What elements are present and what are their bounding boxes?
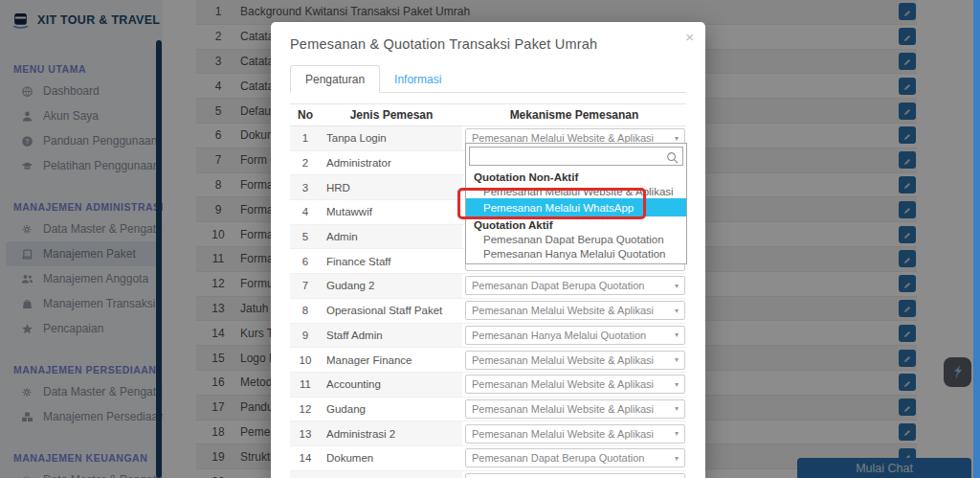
- jenis-pemesan: Administrator: [321, 151, 462, 175]
- jenis-pemesan: Operasional Staff Paket: [321, 299, 462, 323]
- dropdown-option[interactable]: Pemesanan Melalui WhatsApp: [466, 198, 686, 216]
- jenis-pemesan: Tanpa Login: [321, 126, 462, 150]
- chevron-down-icon: ▾: [675, 454, 679, 463]
- dropdown-option[interactable]: Pemesanan Dapat Berupa Quotation: [466, 232, 686, 246]
- jenis-pemesan: [321, 471, 462, 478]
- row-number: 14: [290, 446, 321, 470]
- chevron-down-icon: ▾: [675, 330, 679, 339]
- header-mekanisme-pemesanan: Mekanisme Pemesanan: [462, 108, 686, 122]
- jenis-pemesan: Finance Staff: [321, 249, 462, 273]
- select-value: Pemesanan Dapat Berupa Quotation: [472, 452, 644, 464]
- mekanisme-select[interactable]: Pemesanan Melalui Website & Aplikasi ▾: [465, 375, 685, 394]
- table-row: 12 Gudang Pemesanan Melalui Website & Ap…: [290, 398, 686, 422]
- dropdown-search-input[interactable]: [470, 148, 682, 165]
- mekanisme-select[interactable]: Pemesanan Dapat Berupa Quotation ▾: [465, 448, 685, 467]
- row-number: 4: [290, 200, 321, 224]
- jenis-pemesan: Gudang 2: [321, 274, 462, 298]
- row-number: 3: [290, 175, 321, 199]
- dropdown-groups: Quotation Non-Aktif Pemesanan Melalui We…: [466, 169, 686, 261]
- chevron-down-icon: ▾: [675, 282, 679, 290]
- jenis-pemesan: Gudang: [321, 398, 462, 421]
- tab[interactable]: Pengaturan: [290, 65, 380, 93]
- select-value: Pemesanan Melalui Website & Aplikasi: [472, 403, 654, 415]
- table-row: 9 Staff Admin Pemesanan Hanya Melalui Qu…: [290, 324, 686, 349]
- app-root: XIT TOUR & TRAVEL MENU UTAMA Dashboard: [0, 0, 980, 478]
- table-row: 7 Gudang 2 Pemesanan Dapat Berupa Quotat…: [290, 274, 686, 299]
- row-number: 12: [290, 398, 321, 421]
- modal-title: Pemesanan & Quotation Transaksi Paket Um…: [290, 36, 686, 52]
- mekanisme-select[interactable]: Pemesanan Hanya Melalui Quotation ▾: [465, 326, 685, 345]
- row-number: 6: [290, 249, 321, 273]
- row-number: [290, 471, 321, 478]
- select-value: Pemesanan Melalui Website & Aplikasi: [472, 378, 654, 390]
- select-value: Pemesanan Hanya Melalui Quotation: [472, 330, 646, 341]
- table-row: 11 Accounting Pemesanan Melalui Website …: [290, 373, 686, 398]
- dropdown-group: Quotation Aktif Pemesanan Dapat Berupa Q…: [466, 216, 686, 261]
- mekanisme-select[interactable]: Pemesanan Melalui Website & Aplikasi ▾: [465, 301, 685, 320]
- jenis-pemesan: Manager Finance: [321, 348, 462, 372]
- chevron-down-icon: ▾: [675, 355, 679, 364]
- dropdown-group-label: Quotation Non-Aktif: [466, 169, 686, 184]
- jenis-pemesan: Administrasi 2: [321, 421, 462, 445]
- chevron-down-icon: ▾: [675, 429, 679, 438]
- jenis-pemesan: Mutawwif: [321, 200, 462, 224]
- row-number: 13: [290, 421, 321, 445]
- dropdown-option[interactable]: Pemesanan Melalui Website & Aplikasi: [466, 184, 686, 198]
- row-number: 11: [290, 373, 321, 397]
- jenis-pemesan: Admin: [321, 225, 462, 249]
- row-number: 1: [290, 126, 321, 150]
- table-row: ▾: [290, 471, 686, 478]
- jenis-pemesan: Staff Admin: [321, 324, 462, 348]
- modal-table-header: No Jenis Pemesan Mekanisme Pemesanan: [290, 103, 686, 126]
- jenis-pemesan: Accounting: [321, 373, 462, 397]
- mekanisme-select[interactable]: Pemesanan Dapat Berupa Quotation ▾: [465, 276, 685, 295]
- dropdown-group-label: Quotation Aktif: [466, 216, 686, 232]
- modal-tabs: Pengaturan Informasi: [290, 65, 686, 93]
- select-value: Pemesanan Melalui Website & Aplikasi: [472, 354, 654, 366]
- page-scrollbar[interactable]: [973, 0, 980, 478]
- mekanisme-select[interactable]: Pemesanan Melalui Website & Aplikasi ▾: [465, 351, 685, 370]
- row-number: 10: [290, 348, 321, 372]
- chevron-down-icon: ▾: [675, 134, 679, 143]
- select-value: Pemesanan Dapat Berupa Quotation: [472, 280, 644, 291]
- tab[interactable]: Informasi: [380, 65, 456, 92]
- table-row: 13 Administrasi 2 Pemesanan Melalui Webs…: [290, 421, 686, 446]
- select-dropdown-panel: Quotation Non-Aktif Pemesanan Melalui We…: [465, 143, 687, 264]
- row-number: 5: [290, 225, 321, 249]
- jenis-pemesan: Dokumen: [321, 446, 462, 470]
- chevron-down-icon: ▾: [675, 404, 679, 413]
- row-number: 8: [290, 299, 321, 323]
- mekanisme-select[interactable]: ▾: [465, 473, 685, 478]
- row-number: 9: [290, 324, 321, 348]
- chevron-down-icon: ▾: [675, 380, 679, 389]
- table-row: 10 Manager Finance Pemesanan Melalui Web…: [290, 348, 686, 373]
- dropdown-group: Quotation Non-Aktif Pemesanan Melalui We…: [466, 169, 686, 216]
- row-number: 7: [290, 274, 321, 298]
- header-jenis-pemesan: Jenis Pemesan: [321, 108, 462, 122]
- modal-header: Pemesanan & Quotation Transaksi Paket Um…: [271, 22, 705, 63]
- select-value: Pemesanan Melalui Website & Aplikasi: [472, 305, 654, 316]
- row-number: 2: [290, 151, 321, 175]
- jenis-pemesan: HRD: [321, 175, 462, 199]
- select-value: Pemesanan Melalui Website & Aplikasi: [472, 428, 654, 440]
- mekanisme-select[interactable]: Pemesanan Melalui Website & Aplikasi ▾: [465, 424, 685, 444]
- table-row: 14 Dokumen Pemesanan Dapat Berupa Quotat…: [290, 446, 686, 471]
- table-row: 8 Operasional Staff Paket Pemesanan Mela…: [290, 299, 686, 324]
- header-no: No: [290, 108, 321, 122]
- mekanisme-select[interactable]: Pemesanan Melalui Website & Aplikasi ▾: [465, 399, 685, 419]
- dropdown-option[interactable]: Pemesanan Hanya Melalui Quotation: [466, 246, 686, 261]
- modal-body: Pengaturan Informasi No Jenis Pemesan Me…: [271, 63, 705, 478]
- close-icon[interactable]: ×: [685, 30, 694, 44]
- chevron-down-icon: ▾: [675, 307, 679, 315]
